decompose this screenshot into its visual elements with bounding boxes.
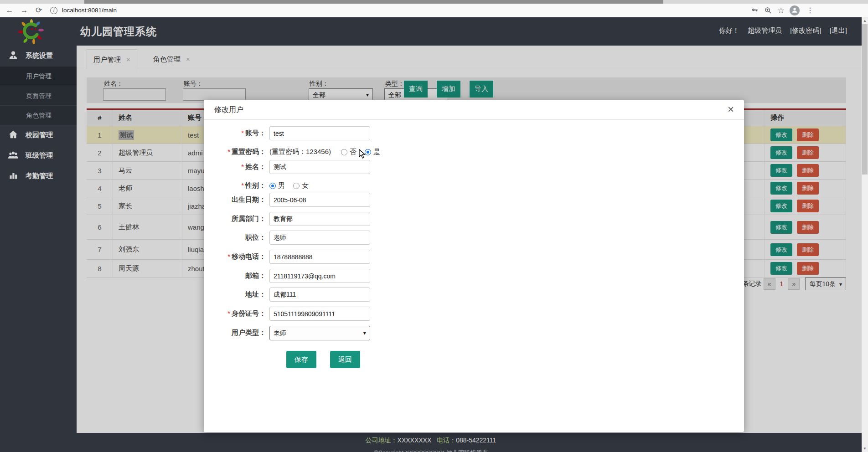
radio-icon[interactable] (269, 183, 276, 189)
field-label: *重置密码： (204, 148, 266, 156)
save-button[interactable]: 保存 (286, 351, 316, 368)
modal-title: 修改用户 (214, 105, 243, 115)
email-field[interactable] (269, 269, 370, 283)
name-field[interactable] (269, 160, 370, 174)
scroll-down-icon[interactable]: ▼ (862, 445, 868, 452)
scroll-up-icon[interactable]: ▲ (862, 17, 868, 24)
radio-option[interactable]: 女 (293, 181, 309, 190)
gender-radios: 男女 (269, 181, 317, 190)
chevron-down-icon: ▾ (363, 326, 366, 340)
page-info-icon[interactable]: i (50, 7, 57, 14)
field-label: 职位： (204, 233, 266, 242)
field-label: 邮箱： (204, 272, 266, 280)
form-row: 用户类型：老师▾ (204, 326, 744, 340)
reset-password-hint: (重置密码：123456) (269, 148, 331, 156)
screen: ← → ⟳ i localhost:8081/main ☆ ⋮ (0, 0, 868, 452)
form-row: *重置密码：(重置密码：123456)否是 (204, 145, 744, 159)
form-row: 地址： (204, 288, 744, 302)
select-value: 老师 (274, 329, 286, 337)
radio-icon[interactable] (293, 183, 300, 189)
radio-option[interactable]: 否 (341, 148, 356, 156)
required-mark: * (227, 148, 230, 155)
bookmark-star-icon[interactable]: ☆ (775, 4, 787, 17)
form-row: 所属部门： (204, 212, 744, 226)
browser-chrome: ← → ⟳ i localhost:8081/main ☆ ⋮ (0, 0, 868, 17)
profile-avatar[interactable] (790, 5, 800, 15)
required-mark: * (241, 163, 244, 170)
field-label: *账号： (204, 129, 266, 138)
form-row: *姓名： (204, 160, 744, 174)
usertype-select[interactable]: 老师▾ (269, 326, 370, 340)
back-button[interactable]: 返回 (330, 351, 360, 368)
page-scrollbar[interactable]: ▲ ▼ (862, 17, 868, 452)
app-window: 幼儿园管理系统 你好！ 超级管理员 [修改密码] [退出] 系统设置用户管理页面… (0, 17, 868, 452)
radio-icon[interactable] (341, 149, 347, 155)
reset-password-radios: (重置密码：123456)否是 (269, 148, 388, 156)
field-label: *性别： (204, 181, 266, 190)
browser-toolbar: ← → ⟳ i localhost:8081/main ☆ ⋮ (0, 4, 868, 17)
edit-user-modal: 修改用户 × *账号：*重置密码：(重置密码：123456)否是*姓名：*性别：… (204, 100, 744, 432)
field-label: 用户类型： (204, 329, 266, 337)
form-row: 职位： (204, 231, 744, 245)
birthdate-field[interactable] (269, 193, 370, 207)
field-label: 所属部门： (204, 215, 266, 223)
forward-icon[interactable]: → (18, 4, 30, 17)
password-key-icon[interactable] (749, 4, 760, 17)
menu-icon[interactable]: ⋮ (804, 4, 816, 17)
url-text[interactable]: localhost:8081/main (62, 4, 117, 17)
account-field[interactable] (269, 126, 370, 140)
required-mark: * (241, 181, 244, 189)
required-mark: * (241, 129, 244, 137)
department-field[interactable] (269, 212, 370, 226)
back-icon[interactable]: ← (4, 4, 16, 17)
form-row: *移动电话： (204, 250, 744, 264)
browser-tabstrip (0, 0, 868, 4)
form-row: 邮箱： (204, 269, 744, 283)
modal-divider (204, 119, 744, 120)
mobile-field[interactable] (269, 250, 370, 264)
required-mark: * (227, 309, 230, 317)
field-label: *身份证号： (204, 309, 266, 318)
field-label: 地址： (204, 290, 266, 299)
field-label: *姓名： (204, 163, 266, 171)
required-mark: * (227, 252, 230, 260)
address-field[interactable] (269, 288, 370, 302)
modal-close-icon[interactable]: × (728, 103, 734, 116)
form-row: *性别：男女 (204, 179, 744, 193)
radio-option[interactable]: 男 (269, 181, 285, 190)
position-field[interactable] (269, 231, 370, 245)
scrollbar-thumb[interactable] (862, 24, 868, 175)
idcard-field[interactable] (269, 307, 370, 321)
zoom-icon[interactable] (762, 4, 774, 17)
field-label: *移动电话： (204, 252, 266, 261)
field-label: 出生日期： (204, 195, 266, 204)
form-row: 出生日期： (204, 193, 744, 207)
mouse-cursor (359, 149, 368, 159)
refresh-icon[interactable]: ⟳ (33, 4, 45, 17)
form-row: *身份证号： (204, 307, 744, 321)
form-row: *账号： (204, 126, 744, 140)
